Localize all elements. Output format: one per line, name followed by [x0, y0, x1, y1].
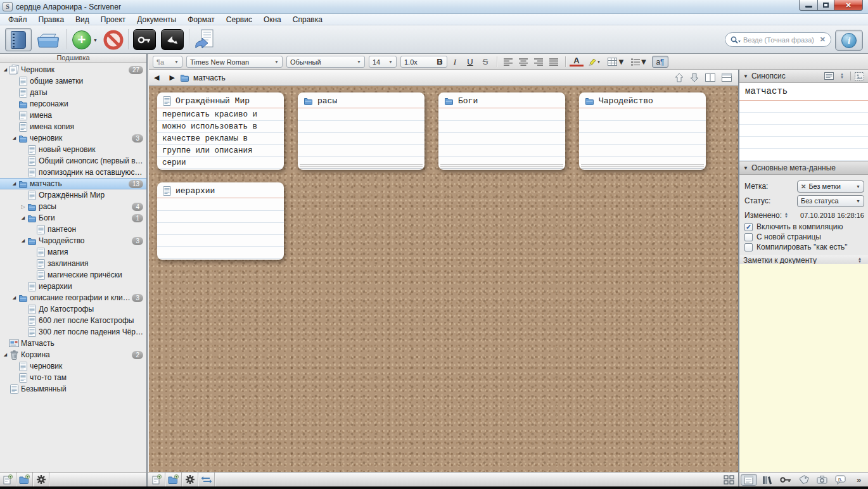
align-right-button[interactable]	[532, 56, 546, 68]
inspector-toggle-button[interactable]: i	[835, 30, 863, 51]
binder-options-button[interactable]	[33, 473, 49, 486]
strikethrough-button[interactable]: S	[478, 56, 492, 68]
menu-item[interactable]: Вид	[70, 14, 95, 25]
forward-button[interactable]: ▶	[164, 73, 179, 82]
tab-snapshots-button[interactable]	[813, 473, 831, 486]
menu-item[interactable]: Формат	[182, 14, 220, 25]
binder-item[interactable]: даты	[0, 87, 146, 98]
binder-item[interactable]: ◢Чародейство3	[0, 235, 146, 246]
status-dropdown[interactable]: Без статуса ▼	[797, 195, 864, 207]
table-button[interactable]: ▼	[606, 56, 627, 68]
italic-button[interactable]: I	[448, 56, 462, 68]
font-size-dropdown[interactable]: 14▼	[369, 56, 397, 68]
style-dropdown[interactable]: ¶a▼	[153, 56, 182, 68]
synopsis-image-mode-icon[interactable]	[855, 72, 864, 80]
search-clear-icon[interactable]: ✕	[820, 35, 826, 44]
font-style-dropdown[interactable]: Обычный▼	[286, 56, 365, 68]
binder-item[interactable]: 600 лет после Катострофы	[0, 315, 146, 326]
move-to-trash-button[interactable]	[103, 30, 124, 50]
card-size-grid-button[interactable]	[720, 473, 737, 486]
index-card[interactable]: Боги	[438, 92, 565, 170]
notes-selector-icon[interactable]: ▲▼	[858, 257, 862, 264]
tab-comments-button[interactable]: n.	[831, 473, 850, 486]
tab-custom-metadata-button[interactable]	[795, 473, 813, 486]
collapsed-triangle-icon[interactable]: ▷	[20, 204, 27, 210]
add-folder-button[interactable]	[16, 473, 33, 486]
label-dropdown[interactable]: ✕ Без метки ▼	[797, 181, 864, 193]
menu-item[interactable]: Файл	[3, 14, 33, 25]
menu-item[interactable]: Проект	[95, 14, 132, 25]
binder-item[interactable]: имена копия	[0, 121, 146, 132]
sync-arrows-button[interactable]	[198, 473, 215, 486]
split-horizontal-button[interactable]	[722, 73, 732, 82]
sidebar-down-button[interactable]	[690, 73, 699, 82]
align-justify-button[interactable]	[547, 56, 561, 68]
checkbox-unchecked-icon[interactable]	[744, 233, 753, 241]
index-card[interactable]: Чародейство	[579, 92, 706, 170]
minimize-button[interactable]	[799, 0, 817, 11]
menu-item[interactable]: Правка	[33, 14, 70, 25]
close-button[interactable]: ✕	[834, 0, 863, 11]
expanded-triangle-icon[interactable]: ◢	[11, 295, 18, 300]
binder-item[interactable]: имена	[0, 110, 146, 121]
add-folder-button[interactable]	[165, 473, 182, 486]
expanded-triangle-icon[interactable]: ◢	[2, 67, 9, 72]
expanded-triangle-icon[interactable]: ◢	[2, 352, 9, 357]
index-card[interactable]: Ограждённый Мирпереписать красиво и можн…	[157, 92, 284, 170]
tab-keywords-button[interactable]	[776, 473, 795, 486]
checkbox-unchecked-icon[interactable]	[744, 243, 753, 251]
align-center-button[interactable]	[516, 56, 530, 68]
bold-button[interactable]: B	[433, 56, 447, 68]
font-dropdown[interactable]: Times New Roman▼	[186, 56, 283, 68]
document-notes-area[interactable]	[739, 264, 868, 472]
binder-item[interactable]: магические причёски	[0, 269, 146, 281]
binder-item[interactable]: 300 лет после падения Чёрного Чар...	[0, 326, 146, 338]
binder-item[interactable]: ◢черновик3	[0, 132, 146, 144]
binder-item[interactable]: Безымянный	[0, 383, 146, 395]
tab-notes-button[interactable]	[739, 473, 758, 486]
overflow-chevron-button[interactable]: »	[850, 473, 868, 486]
binder-item[interactable]: ◢матчасть13	[0, 178, 146, 189]
binder-item[interactable]: До Катострофы	[0, 303, 146, 315]
text-color-button[interactable]: A	[570, 56, 584, 67]
underline-button[interactable]: U	[463, 56, 477, 68]
menu-item[interactable]: Документы	[131, 14, 182, 25]
add-document-button[interactable]	[149, 473, 165, 486]
expanded-triangle-icon[interactable]: ◢	[11, 136, 18, 141]
checkbox-row[interactable]: Компилировать "как есть"	[744, 242, 848, 252]
import-button[interactable]	[193, 29, 215, 51]
binder-item[interactable]: ◢Черновик27	[0, 64, 146, 75]
binder-item[interactable]: ◢Корзина2	[0, 349, 146, 360]
binder-item[interactable]: поэпизодник на оставшуюся часть ...	[0, 167, 146, 178]
collections-button[interactable]	[35, 30, 61, 49]
binder-item[interactable]: пантеон	[0, 224, 146, 235]
binder-item[interactable]: черновик	[0, 360, 146, 372]
expanded-triangle-icon[interactable]: ◢	[11, 181, 18, 186]
binder-item[interactable]: Общий синопсис (первый вариант)	[0, 155, 146, 167]
binder-item[interactable]: что-то там	[0, 372, 146, 383]
checkbox-row[interactable]: ✓Включить в компиляцию	[744, 222, 843, 232]
synopsis-card[interactable]: матчасть	[739, 83, 868, 162]
show-invisibles-button[interactable]: a¶	[652, 56, 668, 68]
menu-item[interactable]: Окна	[258, 14, 287, 25]
list-button[interactable]: ▼	[629, 56, 649, 68]
index-card[interactable]: иерархии	[157, 182, 284, 260]
synopsis-section-header[interactable]: ▼ Синопсис ▲▼	[739, 70, 868, 83]
index-card[interactable]: расы	[298, 92, 424, 170]
sidebar-up-button[interactable]	[675, 73, 684, 82]
binder-item[interactable]: Матчасть	[0, 338, 146, 349]
corkboard[interactable]: Ограждённый Мирпереписать красиво и можн…	[149, 86, 738, 472]
binder-item[interactable]: общие заметки	[0, 75, 146, 87]
binder-item[interactable]: ◢Боги1	[0, 212, 146, 224]
checkbox-row[interactable]: С новой страницы	[744, 232, 821, 242]
expanded-triangle-icon[interactable]: ◢	[20, 238, 27, 243]
split-vertical-button[interactable]	[705, 73, 715, 82]
corkboard-options-button[interactable]	[182, 473, 198, 486]
binder-item[interactable]: магия	[0, 246, 146, 258]
binder-item[interactable]: иерархии	[0, 281, 146, 292]
search-input[interactable]: Везде (Точная фраза) ✕	[725, 32, 831, 47]
compose-mode-button[interactable]	[161, 29, 184, 50]
date-toggle-icon[interactable]: ▲▼	[784, 212, 788, 219]
menu-item[interactable]: Сервис	[220, 14, 258, 25]
binder-item[interactable]: персонажи	[0, 98, 146, 110]
